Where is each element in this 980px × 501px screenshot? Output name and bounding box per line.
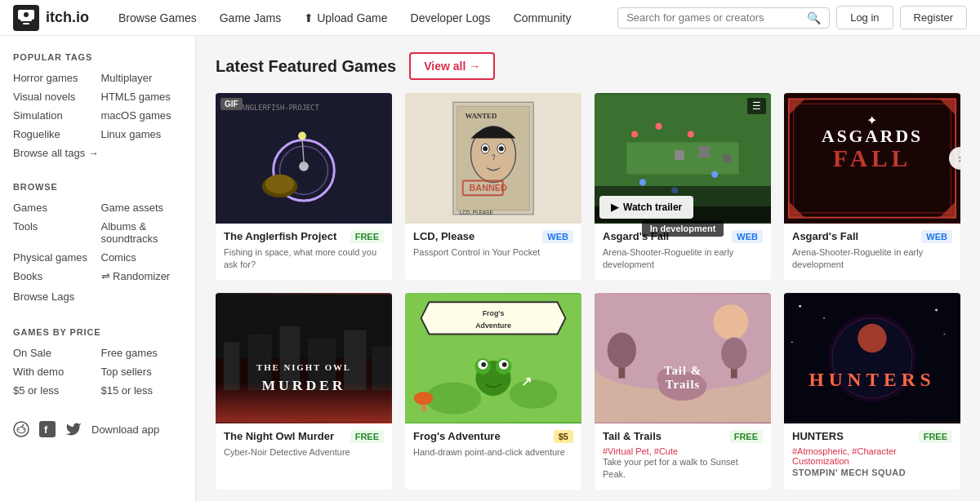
search-area: 🔍 Log in Register bbox=[617, 6, 967, 29]
tag-html5[interactable]: HTML5 games bbox=[101, 89, 183, 104]
reddit-icon[interactable] bbox=[13, 421, 29, 437]
svg-point-99 bbox=[943, 333, 945, 335]
search-input[interactable] bbox=[626, 11, 800, 24]
svg-point-78 bbox=[414, 392, 434, 405]
game-badge-hunters: FREE bbox=[919, 430, 952, 443]
price-with-demo[interactable]: With demo bbox=[13, 364, 95, 379]
svg-rect-47 bbox=[723, 154, 731, 162]
browse-books[interactable]: Books bbox=[13, 268, 95, 284]
game-card-tail[interactable]: Tail & Trails Tail & Trails FREE #Virtua… bbox=[595, 293, 771, 490]
in-dev-container: In development bbox=[595, 221, 771, 234]
game-badge-tail: FREE bbox=[729, 430, 763, 443]
game-thumb-frog: Frog's Adventure bbox=[405, 293, 581, 423]
svg-text:THE NIGHT OWL: THE NIGHT OWL bbox=[256, 362, 351, 372]
svg-point-68 bbox=[425, 382, 482, 414]
browse-physical[interactable]: Physical games bbox=[13, 250, 95, 265]
svg-text:Tail &: Tail & bbox=[664, 363, 702, 376]
header: itch.io Browse Games Game Jams ⬆ Upload … bbox=[0, 0, 980, 36]
game-card-lcd[interactable]: WANTED bbox=[405, 93, 581, 280]
section-title: Latest Featured Games bbox=[216, 57, 396, 76]
nav-upload-game[interactable]: ⬆ Upload Game bbox=[294, 5, 397, 31]
browse-comics[interactable]: Comics bbox=[101, 250, 183, 265]
game-desc-nightowl: Cyber-Noir Detective Adventure bbox=[224, 446, 384, 459]
game-card-nightowl[interactable]: THE NIGHT OWL MURDER The Night Owl Murde… bbox=[216, 293, 392, 490]
browse-logs[interactable]: Browse Lags bbox=[13, 289, 182, 304]
tag-atmospheric[interactable]: #Atmospheric, #Character Customization bbox=[792, 446, 897, 466]
browse-list: Games Game assets Tools Albums & soundtr… bbox=[13, 200, 182, 284]
price-title: GAMES BY PRICE bbox=[13, 327, 182, 337]
browse-randomizer[interactable]: ⇌ Randomizer bbox=[101, 268, 183, 284]
download-app-link[interactable]: Download app bbox=[91, 423, 159, 436]
price-5-or-less[interactable]: $5 or less bbox=[13, 383, 95, 398]
watch-trailer-button[interactable]: ▶ Watch trailer bbox=[599, 196, 693, 219]
game-info-angler: The Anglerfish Project FREE Fishing in s… bbox=[216, 224, 392, 280]
svg-point-42 bbox=[711, 171, 718, 178]
svg-point-18 bbox=[265, 175, 294, 194]
game-thumb-asgard-logo: › ASGARDS FALL bbox=[784, 93, 960, 224]
game-desc-tail: Take your pet for a walk to Sunset Peak. bbox=[603, 456, 763, 481]
svg-text:✦: ✦ bbox=[867, 113, 878, 127]
view-all-button[interactable]: View all → bbox=[409, 52, 495, 80]
game-card-hunters[interactable]: HUNTERS HUNTERS FREE #Atmospheric, #Char… bbox=[784, 293, 960, 490]
list-icon[interactable]: ☰ bbox=[747, 98, 766, 114]
browse-section: BROWSE Games Game assets Tools Albums & … bbox=[13, 182, 182, 304]
svg-rect-60 bbox=[344, 330, 366, 390]
nav-game-jams[interactable]: Game Jams bbox=[210, 5, 291, 31]
browse-title: BROWSE bbox=[13, 182, 182, 192]
svg-point-5 bbox=[14, 422, 29, 437]
svg-text:WANTED: WANTED bbox=[466, 112, 497, 120]
logo[interactable]: itch.io bbox=[13, 5, 89, 31]
svg-text:Adventure: Adventure bbox=[475, 321, 511, 329]
login-button[interactable]: Log in bbox=[836, 6, 893, 29]
tag-macos[interactable]: macOS games bbox=[101, 108, 183, 123]
price-15-or-less[interactable]: $15 or less bbox=[101, 383, 183, 398]
tag-horror[interactable]: Horror games bbox=[13, 70, 95, 86]
game-desc-angler: Fishing in space, what more could you as… bbox=[224, 246, 384, 272]
tag-multiplayer[interactable]: Multiplayer bbox=[101, 70, 183, 86]
game-thumb-lcd: WANTED bbox=[405, 93, 581, 224]
game-title-frog: Frog's Adventure bbox=[413, 430, 549, 442]
svg-rect-45 bbox=[675, 150, 684, 160]
svg-text:FALL: FALL bbox=[833, 145, 911, 171]
tag-linux[interactable]: Linux games bbox=[101, 126, 183, 142]
nav-community[interactable]: Community bbox=[504, 5, 581, 31]
price-top-sellers[interactable]: Top sellers bbox=[101, 364, 183, 379]
logo-icon bbox=[13, 5, 39, 31]
svg-text:Trails: Trails bbox=[666, 378, 700, 391]
search-box: 🔍 bbox=[617, 7, 830, 29]
browse-games[interactable]: Games bbox=[13, 200, 95, 215]
browse-tools[interactable]: Tools bbox=[13, 219, 95, 246]
tag-virtual-pet[interactable]: #Virtual Pet, #Cute bbox=[603, 446, 678, 456]
popular-tags-section: POPULAR TAGS Horror games Multiplayer Vi… bbox=[13, 52, 182, 159]
game-thumb-asgard: WISHLIST NOW Unleash your vengeance in A… bbox=[595, 93, 771, 224]
browse-all-tags[interactable]: Browse all tags → bbox=[13, 147, 182, 159]
facebook-icon[interactable]: f bbox=[39, 421, 56, 437]
svg-point-4 bbox=[24, 12, 29, 17]
svg-point-69 bbox=[510, 379, 558, 408]
tag-visual-novels[interactable]: Visual novels bbox=[13, 89, 95, 104]
game-title-hunters: HUNTERS bbox=[792, 430, 914, 442]
svg-point-95 bbox=[858, 324, 886, 352]
nav-browse-games[interactable]: Browse Games bbox=[109, 5, 207, 31]
tag-roguelike[interactable]: Roguelike bbox=[13, 126, 95, 142]
game-title-lcd: LCD, Please bbox=[413, 230, 537, 242]
tag-simulation[interactable]: Simulation bbox=[13, 108, 95, 123]
svg-text:Frog's: Frog's bbox=[483, 309, 505, 317]
svg-point-10 bbox=[23, 424, 24, 426]
game-card-frog[interactable]: Frog's Adventure bbox=[405, 293, 581, 490]
game-thumb-nightowl: THE NIGHT OWL MURDER bbox=[216, 293, 392, 423]
svg-point-37 bbox=[631, 131, 638, 138]
svg-rect-3 bbox=[23, 23, 29, 24]
svg-point-30 bbox=[499, 146, 504, 151]
browse-albums[interactable]: Albums & soundtracks bbox=[101, 219, 183, 246]
register-button[interactable]: Register bbox=[900, 6, 967, 29]
price-free[interactable]: Free games bbox=[101, 345, 183, 361]
nav-developer-logs[interactable]: Developer Logs bbox=[401, 5, 501, 31]
game-card-angler[interactable]: GIF THE-ANGLERFISH-PROJECT bbox=[216, 93, 392, 280]
game-card-asgard-logo[interactable]: › ASGARDS FALL bbox=[784, 93, 960, 280]
browse-game-assets[interactable]: Game assets bbox=[101, 200, 183, 215]
twitter-icon[interactable] bbox=[65, 421, 82, 437]
price-on-sale[interactable]: On Sale bbox=[13, 345, 95, 361]
popular-tags-list: Horror games Multiplayer Visual novels H… bbox=[13, 70, 182, 142]
game-card-asgard[interactable]: WISHLIST NOW Unleash your vengeance in A… bbox=[595, 93, 771, 280]
